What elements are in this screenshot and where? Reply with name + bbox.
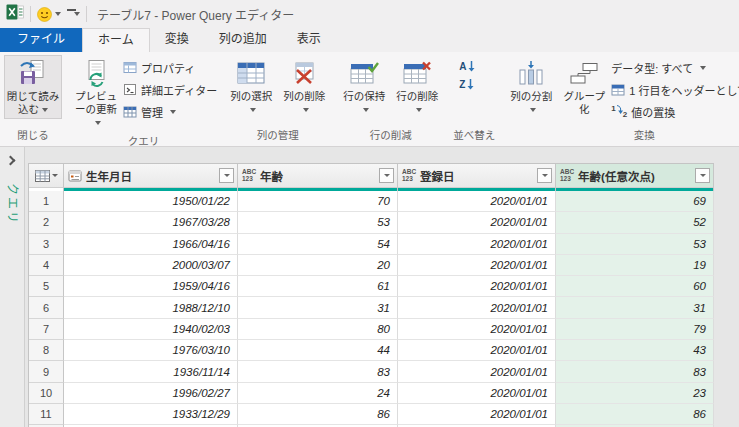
cell-registration-date[interactable]: 2020/01/01 bbox=[398, 319, 556, 340]
power-query-editor-window: テーブル7 - Power Query エディター ファイル ホーム 変換 列の… bbox=[0, 0, 739, 427]
filter-button[interactable] bbox=[695, 168, 710, 183]
cell-birthdate[interactable]: 1996/02/27 bbox=[64, 383, 238, 404]
cell-age[interactable]: 24 bbox=[238, 383, 398, 404]
cell-registration-date[interactable]: 2020/01/01 bbox=[398, 276, 556, 297]
use-first-row-as-headers-button[interactable]: 1 行目をヘッダーとして使用 bbox=[611, 80, 739, 99]
date-type-icon bbox=[68, 169, 82, 182]
cell-age-at-date[interactable]: 52 bbox=[556, 212, 714, 233]
ribbon: 閉じて読み込む 閉じる プレビューの更新 プロパティ bbox=[0, 52, 739, 147]
cell-age-at-date[interactable]: 86 bbox=[556, 404, 714, 425]
cell-age[interactable]: 44 bbox=[238, 340, 398, 361]
cell-age[interactable]: 83 bbox=[238, 361, 398, 382]
workspace: クエリ 生年月日 ABC123 年齢 bbox=[0, 147, 739, 427]
cell-registration-date[interactable]: 2020/01/01 bbox=[398, 234, 556, 255]
cell-age-at-date[interactable]: 23 bbox=[556, 383, 714, 404]
cell-registration-date[interactable]: 2020/01/01 bbox=[398, 340, 556, 361]
row-number[interactable]: 1 bbox=[29, 191, 64, 212]
data-type-button[interactable]: データ型: すべて bbox=[611, 58, 739, 77]
group-by-button[interactable]: グループ化 bbox=[558, 55, 610, 119]
cell-birthdate[interactable]: 1933/12/29 bbox=[64, 404, 238, 425]
cell-age-at-date[interactable]: 79 bbox=[556, 319, 714, 340]
customize-quick-access-toolbar-button[interactable] bbox=[67, 12, 80, 16]
cell-registration-date[interactable]: 2020/01/01 bbox=[398, 212, 556, 233]
cell-registration-date[interactable]: 2020/01/01 bbox=[398, 383, 556, 404]
row-number[interactable]: 11 bbox=[29, 404, 64, 425]
cell-age-at-date[interactable]: 83 bbox=[556, 361, 714, 382]
row-number[interactable]: 3 bbox=[29, 234, 64, 255]
cell-registration-date[interactable]: 2020/01/01 bbox=[398, 361, 556, 382]
manage-button[interactable]: 管理 bbox=[123, 102, 217, 121]
cell-age[interactable]: 61 bbox=[238, 276, 398, 297]
cell-registration-date[interactable]: 2020/01/01 bbox=[398, 191, 556, 212]
cell-age-at-date[interactable]: 31 bbox=[556, 297, 714, 318]
filter-button[interactable] bbox=[219, 168, 234, 183]
sort-ascending-button[interactable]: A bbox=[459, 61, 475, 72]
cell-age-at-date[interactable]: 69 bbox=[556, 191, 714, 212]
tab-home[interactable]: ホーム bbox=[82, 28, 150, 52]
properties-button[interactable]: プロパティ bbox=[123, 58, 217, 77]
row-number[interactable]: 10 bbox=[29, 383, 64, 404]
data-preview-table: 生年月日 ABC123 年齢 ABC123 登録日 ABC123 bbox=[28, 163, 714, 427]
group-by-icon bbox=[569, 58, 599, 88]
tab-file[interactable]: ファイル bbox=[0, 28, 82, 52]
cell-age[interactable]: 80 bbox=[238, 319, 398, 340]
cell-age[interactable]: 86 bbox=[238, 404, 398, 425]
queries-pane-title[interactable]: クエリ bbox=[5, 183, 22, 225]
cell-birthdate[interactable]: 1966/04/16 bbox=[64, 234, 238, 255]
refresh-preview-button[interactable]: プレビューの更新 bbox=[70, 55, 122, 132]
filter-button[interactable] bbox=[537, 168, 552, 183]
cell-age-at-date[interactable]: 53 bbox=[556, 234, 714, 255]
expand-queries-pane-button[interactable] bbox=[6, 156, 16, 166]
column-header-birthdate[interactable]: 生年月日 bbox=[64, 164, 238, 188]
cell-registration-date[interactable]: 2020/01/01 bbox=[398, 255, 556, 276]
cell-age[interactable]: 53 bbox=[238, 212, 398, 233]
column-header-registration-date[interactable]: ABC123 登録日 bbox=[398, 164, 556, 188]
cell-registration-date[interactable]: 2020/01/01 bbox=[398, 404, 556, 425]
row-number[interactable]: 5 bbox=[29, 276, 64, 297]
cell-birthdate[interactable]: 1976/03/10 bbox=[64, 340, 238, 361]
tab-transform[interactable]: 変換 bbox=[150, 28, 204, 52]
cell-age[interactable]: 20 bbox=[238, 255, 398, 276]
tab-view[interactable]: 表示 bbox=[282, 28, 336, 52]
ribbon-group-query: プレビューの更新 プロパティ 詳細エディター 管理 bbox=[66, 52, 221, 146]
cell-birthdate[interactable]: 2000/03/07 bbox=[64, 255, 238, 276]
feedback-smiley-button[interactable] bbox=[37, 7, 61, 22]
remove-columns-icon bbox=[290, 58, 318, 88]
cell-birthdate[interactable]: 1967/03/28 bbox=[64, 212, 238, 233]
column-header-age-at-date[interactable]: ABC123 年齢(任意次点) bbox=[556, 164, 714, 188]
cell-registration-date[interactable]: 2020/01/01 bbox=[398, 297, 556, 318]
advanced-editor-button[interactable]: 詳細エディター bbox=[123, 80, 217, 99]
cell-age[interactable]: 70 bbox=[238, 191, 398, 212]
cell-age[interactable]: 31 bbox=[238, 297, 398, 318]
table-row: 7 1940/02/03 80 2020/01/01 79 bbox=[29, 319, 714, 340]
row-number[interactable]: 8 bbox=[29, 340, 64, 361]
remove-rows-button[interactable]: 行の削除 bbox=[391, 55, 443, 119]
cell-birthdate[interactable]: 1950/01/22 bbox=[64, 191, 238, 212]
split-column-button[interactable]: 列の分割 bbox=[505, 55, 557, 119]
keep-rows-button[interactable]: 行の保持 bbox=[338, 55, 390, 119]
row-number[interactable]: 2 bbox=[29, 212, 64, 233]
cell-birthdate[interactable]: 1940/02/03 bbox=[64, 319, 238, 340]
filter-button[interactable] bbox=[379, 168, 394, 183]
cell-birthdate[interactable]: 1936/11/14 bbox=[64, 361, 238, 382]
cell-age-at-date[interactable]: 19 bbox=[556, 255, 714, 276]
row-number[interactable]: 6 bbox=[29, 297, 64, 318]
column-header-age[interactable]: ABC123 年齢 bbox=[238, 164, 398, 188]
replace-values-button[interactable]: 1 2 値の置換 bbox=[611, 102, 739, 121]
close-and-load-button[interactable]: 閉じて読み込む bbox=[4, 55, 62, 119]
cell-birthdate[interactable]: 1988/12/10 bbox=[64, 297, 238, 318]
cell-age-at-date[interactable]: 43 bbox=[556, 340, 714, 361]
cell-age-at-date[interactable]: 60 bbox=[556, 276, 714, 297]
table-menu-button[interactable] bbox=[29, 164, 64, 188]
choose-columns-button[interactable]: 列の選択 bbox=[225, 55, 277, 119]
table-row: 5 1959/04/16 61 2020/01/01 60 bbox=[29, 276, 714, 297]
tab-add-column[interactable]: 列の追加 bbox=[204, 28, 282, 52]
row-number[interactable]: 4 bbox=[29, 255, 64, 276]
use-first-row-icon bbox=[611, 84, 625, 96]
row-number[interactable]: 7 bbox=[29, 319, 64, 340]
remove-columns-button[interactable]: 列の削除 bbox=[278, 55, 330, 119]
cell-age[interactable]: 54 bbox=[238, 234, 398, 255]
sort-descending-button[interactable]: Z bbox=[459, 79, 475, 90]
cell-birthdate[interactable]: 1959/04/16 bbox=[64, 276, 238, 297]
row-number[interactable]: 9 bbox=[29, 361, 64, 382]
